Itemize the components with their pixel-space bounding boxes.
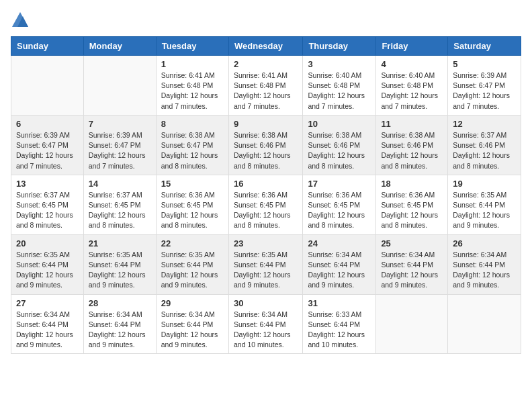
day-number: 11 xyxy=(381,119,443,129)
day-number: 28 xyxy=(89,298,151,308)
day-number: 17 xyxy=(308,179,371,189)
day-number: 31 xyxy=(308,298,371,308)
calendar-cell: 3Sunrise: 6:40 AMSunset: 6:48 PMDaylight… xyxy=(303,56,376,116)
calendar-cell: 9Sunrise: 6:38 AMSunset: 6:46 PMDaylight… xyxy=(228,115,302,175)
day-number: 10 xyxy=(308,119,371,129)
calendar-cell: 16Sunrise: 6:36 AMSunset: 6:45 PMDayligh… xyxy=(228,175,302,234)
calendar-table: SundayMondayTuesdayWednesdayThursdayFrid… xyxy=(11,36,521,354)
day-info: Sunrise: 6:37 AMSunset: 6:45 PMDaylight:… xyxy=(89,190,151,231)
day-info: Sunrise: 6:34 AMSunset: 6:44 PMDaylight:… xyxy=(381,250,443,291)
day-info: Sunrise: 6:34 AMSunset: 6:44 PMDaylight:… xyxy=(89,310,151,351)
calendar-cell: 20Sunrise: 6:35 AMSunset: 6:44 PMDayligh… xyxy=(11,234,84,294)
day-number: 7 xyxy=(89,119,151,129)
day-info: Sunrise: 6:40 AMSunset: 6:48 PMDaylight:… xyxy=(381,71,443,111)
day-number: 2 xyxy=(234,59,298,69)
calendar-header-monday: Monday xyxy=(83,37,156,56)
calendar-cell: 6Sunrise: 6:39 AMSunset: 6:47 PMDaylight… xyxy=(11,115,84,175)
day-info: Sunrise: 6:38 AMSunset: 6:46 PMDaylight:… xyxy=(308,130,371,171)
day-info: Sunrise: 6:36 AMSunset: 6:45 PMDaylight:… xyxy=(381,190,443,231)
calendar-header-sunday: Sunday xyxy=(11,37,84,56)
day-info: Sunrise: 6:39 AMSunset: 6:47 PMDaylight:… xyxy=(89,130,151,171)
calendar-cell: 2Sunrise: 6:41 AMSunset: 6:48 PMDaylight… xyxy=(228,56,302,116)
day-number: 6 xyxy=(16,119,79,129)
day-number: 27 xyxy=(16,298,79,308)
day-info: Sunrise: 6:35 AMSunset: 6:44 PMDaylight:… xyxy=(453,190,516,231)
day-number: 4 xyxy=(381,59,443,69)
day-number: 3 xyxy=(308,59,371,69)
calendar-cell: 25Sunrise: 6:34 AMSunset: 6:44 PMDayligh… xyxy=(376,234,448,294)
day-info: Sunrise: 6:34 AMSunset: 6:44 PMDaylight:… xyxy=(234,310,298,351)
calendar-header-friday: Friday xyxy=(376,37,448,56)
day-number: 9 xyxy=(234,119,298,129)
day-info: Sunrise: 6:36 AMSunset: 6:45 PMDaylight:… xyxy=(308,190,371,231)
day-info: Sunrise: 6:35 AMSunset: 6:44 PMDaylight:… xyxy=(89,250,151,291)
day-info: Sunrise: 6:33 AMSunset: 6:44 PMDaylight:… xyxy=(308,310,371,351)
day-number: 16 xyxy=(234,179,298,189)
day-info: Sunrise: 6:35 AMSunset: 6:44 PMDaylight:… xyxy=(161,250,224,291)
calendar-cell: 7Sunrise: 6:39 AMSunset: 6:47 PMDaylight… xyxy=(83,115,156,175)
logo-icon xyxy=(11,11,30,30)
calendar-week-row: 1Sunrise: 6:41 AMSunset: 6:48 PMDaylight… xyxy=(11,56,521,116)
calendar-cell: 30Sunrise: 6:34 AMSunset: 6:44 PMDayligh… xyxy=(228,294,302,354)
calendar-cell: 26Sunrise: 6:34 AMSunset: 6:44 PMDayligh… xyxy=(448,234,521,294)
day-number: 8 xyxy=(161,119,224,129)
calendar-cell: 18Sunrise: 6:36 AMSunset: 6:45 PMDayligh… xyxy=(376,175,448,234)
calendar-week-row: 13Sunrise: 6:37 AMSunset: 6:45 PMDayligh… xyxy=(11,175,521,234)
calendar-cell: 29Sunrise: 6:34 AMSunset: 6:44 PMDayligh… xyxy=(156,294,228,354)
day-number: 13 xyxy=(16,179,79,189)
day-info: Sunrise: 6:37 AMSunset: 6:46 PMDaylight:… xyxy=(453,130,516,171)
day-number: 1 xyxy=(161,59,224,69)
day-info: Sunrise: 6:35 AMSunset: 6:44 PMDaylight:… xyxy=(234,250,298,291)
day-info: Sunrise: 6:36 AMSunset: 6:45 PMDaylight:… xyxy=(161,190,224,231)
day-number: 24 xyxy=(308,238,371,248)
calendar-cell xyxy=(376,294,448,354)
day-info: Sunrise: 6:39 AMSunset: 6:47 PMDaylight:… xyxy=(453,71,516,111)
calendar-week-row: 20Sunrise: 6:35 AMSunset: 6:44 PMDayligh… xyxy=(11,234,521,294)
calendar-body: 1Sunrise: 6:41 AMSunset: 6:48 PMDaylight… xyxy=(11,56,521,354)
calendar-header-wednesday: Wednesday xyxy=(228,37,302,56)
calendar-cell: 27Sunrise: 6:34 AMSunset: 6:44 PMDayligh… xyxy=(11,294,84,354)
day-info: Sunrise: 6:34 AMSunset: 6:44 PMDaylight:… xyxy=(308,250,371,291)
calendar-cell xyxy=(83,56,156,116)
day-number: 21 xyxy=(89,238,151,248)
day-info: Sunrise: 6:36 AMSunset: 6:45 PMDaylight:… xyxy=(234,190,298,231)
day-number: 23 xyxy=(234,238,298,248)
day-number: 22 xyxy=(161,238,224,248)
calendar-cell xyxy=(11,56,84,116)
calendar-cell: 17Sunrise: 6:36 AMSunset: 6:45 PMDayligh… xyxy=(303,175,376,234)
day-info: Sunrise: 6:41 AMSunset: 6:48 PMDaylight:… xyxy=(234,71,298,111)
day-info: Sunrise: 6:39 AMSunset: 6:47 PMDaylight:… xyxy=(16,130,79,171)
day-info: Sunrise: 6:38 AMSunset: 6:46 PMDaylight:… xyxy=(234,130,298,171)
calendar-cell: 15Sunrise: 6:36 AMSunset: 6:45 PMDayligh… xyxy=(156,175,228,234)
day-number: 15 xyxy=(161,179,224,189)
day-info: Sunrise: 6:38 AMSunset: 6:47 PMDaylight:… xyxy=(161,130,224,171)
calendar-cell: 24Sunrise: 6:34 AMSunset: 6:44 PMDayligh… xyxy=(303,234,376,294)
day-number: 20 xyxy=(16,238,79,248)
calendar-cell: 11Sunrise: 6:38 AMSunset: 6:46 PMDayligh… xyxy=(376,115,448,175)
calendar-cell: 1Sunrise: 6:41 AMSunset: 6:48 PMDaylight… xyxy=(156,56,228,116)
calendar-cell: 8Sunrise: 6:38 AMSunset: 6:47 PMDaylight… xyxy=(156,115,228,175)
calendar-header-row: SundayMondayTuesdayWednesdayThursdayFrid… xyxy=(11,37,521,56)
calendar-header-thursday: Thursday xyxy=(303,37,376,56)
day-number: 18 xyxy=(381,179,443,189)
day-number: 25 xyxy=(381,238,443,248)
day-info: Sunrise: 6:34 AMSunset: 6:44 PMDaylight:… xyxy=(161,310,224,351)
calendar-cell: 14Sunrise: 6:37 AMSunset: 6:45 PMDayligh… xyxy=(83,175,156,234)
calendar-cell xyxy=(448,294,521,354)
day-number: 12 xyxy=(453,119,516,129)
calendar-cell: 21Sunrise: 6:35 AMSunset: 6:44 PMDayligh… xyxy=(83,234,156,294)
calendar-cell: 28Sunrise: 6:34 AMSunset: 6:44 PMDayligh… xyxy=(83,294,156,354)
calendar-week-row: 27Sunrise: 6:34 AMSunset: 6:44 PMDayligh… xyxy=(11,294,521,354)
day-number: 14 xyxy=(89,179,151,189)
calendar-cell: 22Sunrise: 6:35 AMSunset: 6:44 PMDayligh… xyxy=(156,234,228,294)
day-number: 29 xyxy=(161,298,224,308)
day-number: 26 xyxy=(453,238,516,248)
calendar-cell: 13Sunrise: 6:37 AMSunset: 6:45 PMDayligh… xyxy=(11,175,84,234)
calendar-header-saturday: Saturday xyxy=(448,37,521,56)
calendar-header-tuesday: Tuesday xyxy=(156,37,228,56)
calendar-cell: 10Sunrise: 6:38 AMSunset: 6:46 PMDayligh… xyxy=(303,115,376,175)
day-number: 5 xyxy=(453,59,516,69)
day-info: Sunrise: 6:37 AMSunset: 6:45 PMDaylight:… xyxy=(16,190,79,231)
calendar-cell: 31Sunrise: 6:33 AMSunset: 6:44 PMDayligh… xyxy=(303,294,376,354)
logo xyxy=(11,11,32,30)
